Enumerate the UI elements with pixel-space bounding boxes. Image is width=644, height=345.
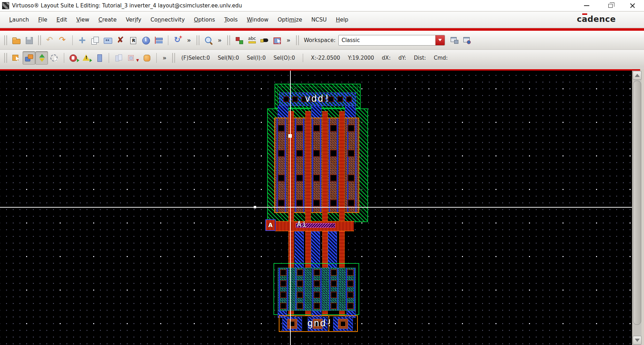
contact[interactable] <box>296 125 303 132</box>
check-errors-button[interactable] <box>80 51 93 65</box>
window-stack-button[interactable] <box>448 34 461 47</box>
contact-column[interactable] <box>347 269 354 309</box>
window-assistant-button[interactable] <box>461 34 473 47</box>
contact-column[interactable] <box>331 269 337 309</box>
toolbar-grip[interactable] <box>38 35 41 45</box>
toolbar-grip[interactable] <box>227 35 230 45</box>
dropdown-caret-icon[interactable]: ▼ <box>136 58 139 62</box>
contact-column[interactable] <box>278 125 285 207</box>
close-button[interactable] <box>624 0 640 11</box>
contact-column[interactable] <box>314 269 320 309</box>
open-button[interactable] <box>10 34 23 47</box>
workspace-select[interactable]: Classic <box>338 35 445 46</box>
contact[interactable] <box>296 200 303 207</box>
menu-ncsu[interactable]: NCSU <box>311 17 327 23</box>
stretch-button[interactable] <box>101 34 114 47</box>
contact[interactable] <box>330 125 337 132</box>
create-label-button[interactable] <box>246 34 258 47</box>
workspace-dropdown-button[interactable] <box>435 35 445 45</box>
contact[interactable] <box>280 280 287 287</box>
contact[interactable] <box>330 150 337 157</box>
contact[interactable] <box>296 150 303 157</box>
toolbar-grip[interactable] <box>4 35 7 45</box>
layout-canvas[interactable]: vdd! A Ai <box>0 71 632 345</box>
fit-view-button[interactable] <box>35 51 48 65</box>
vdd-label[interactable]: vdd! <box>292 93 343 104</box>
contact[interactable] <box>347 292 354 298</box>
menu-options[interactable]: Options <box>194 17 215 23</box>
contact[interactable] <box>348 125 355 132</box>
more-tools-chevron[interactable]: » <box>160 54 169 61</box>
menu-tools[interactable]: Tools <box>224 17 237 23</box>
property-button[interactable] <box>139 34 152 47</box>
contact[interactable] <box>313 174 320 182</box>
menu-connectivity[interactable]: Connectivity <box>150 17 185 23</box>
contact[interactable] <box>280 303 287 309</box>
contact[interactable] <box>297 280 303 287</box>
contact[interactable] <box>331 292 337 298</box>
more-tools-chevron[interactable]: » <box>215 37 224 44</box>
contact[interactable] <box>278 200 285 207</box>
contact[interactable] <box>278 174 285 182</box>
contact[interactable] <box>330 200 337 207</box>
menu-window[interactable]: Window <box>247 17 269 23</box>
contact[interactable] <box>296 174 303 182</box>
create-pin-button[interactable] <box>258 34 271 47</box>
move-button[interactable] <box>76 34 89 47</box>
nmos-active-region[interactable] <box>278 268 356 311</box>
contact[interactable] <box>314 269 320 276</box>
create-device-button[interactable] <box>233 34 246 47</box>
area-select-button[interactable] <box>48 51 61 65</box>
options-disabled-button[interactable] <box>125 51 138 65</box>
contact[interactable] <box>348 200 355 207</box>
copy-disabled-button[interactable] <box>112 51 125 65</box>
pin-a[interactable]: A <box>265 219 276 231</box>
menu-optimize[interactable]: Optimize <box>278 17 302 23</box>
gnd-contact-pad[interactable] <box>287 319 297 329</box>
contact-column[interactable] <box>296 125 303 207</box>
select-region-button[interactable] <box>271 34 284 47</box>
minimize-button[interactable] <box>578 0 595 11</box>
redraw-button[interactable] <box>171 34 184 47</box>
contact[interactable] <box>280 269 287 276</box>
copy-button[interactable] <box>89 34 101 47</box>
zoom-in-button[interactable] <box>202 34 215 47</box>
contact[interactable] <box>297 269 303 276</box>
contact[interactable] <box>280 292 287 298</box>
contact[interactable] <box>297 292 303 298</box>
contact[interactable] <box>314 303 320 309</box>
toolbar-grip[interactable] <box>197 35 199 45</box>
menu-verify[interactable]: Verify <box>126 17 141 23</box>
toolbar-grip[interactable] <box>296 35 299 45</box>
contact[interactable] <box>297 303 303 309</box>
contact[interactable] <box>314 292 320 298</box>
contact-column[interactable] <box>280 269 287 309</box>
contact[interactable] <box>346 96 352 102</box>
undo-button[interactable] <box>44 34 56 47</box>
contact[interactable] <box>348 174 355 182</box>
toolbar-grip[interactable] <box>4 53 7 63</box>
contact-column[interactable] <box>313 125 320 207</box>
contact[interactable] <box>330 174 337 182</box>
menu-help[interactable]: Help <box>336 17 348 23</box>
scroll-down-button[interactable] <box>633 336 642 345</box>
contact[interactable] <box>331 303 337 309</box>
contact[interactable] <box>313 200 320 207</box>
contact[interactable] <box>283 96 289 102</box>
contact[interactable] <box>347 269 354 276</box>
redo-button[interactable] <box>56 34 69 47</box>
contact[interactable] <box>314 280 320 287</box>
contact-column[interactable] <box>330 125 337 207</box>
more-tools-chevron[interactable]: » <box>284 37 293 44</box>
menu-file[interactable]: File <box>38 17 47 23</box>
snap-mode-button[interactable] <box>23 51 35 65</box>
save-button[interactable] <box>23 34 35 47</box>
pmos-active-region[interactable] <box>274 118 359 213</box>
align-button[interactable] <box>152 34 165 47</box>
contact[interactable] <box>347 280 354 287</box>
contact[interactable] <box>278 150 285 157</box>
contact-column[interactable] <box>348 125 355 207</box>
more-tools-chevron[interactable]: » <box>184 37 194 44</box>
scroll-up-button[interactable] <box>633 71 642 80</box>
scrollbar-thumb[interactable] <box>633 81 641 325</box>
